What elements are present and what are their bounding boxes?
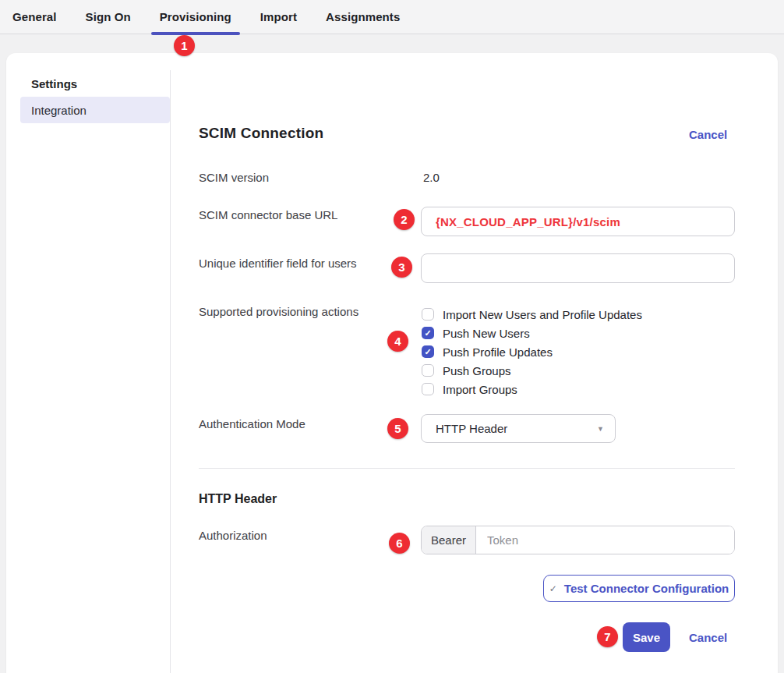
checkbox-checked-icon[interactable]: ✓ [422,327,434,339]
provisioning-actions-list: Import New Users and Profile Updates✓Pus… [422,305,642,398]
tab-general[interactable]: General [12,0,57,34]
unique-id-label: Unique identifier field for users [199,257,357,270]
sidebar-header-settings: Settings [31,77,77,90]
step-badge-5: 5 [387,418,408,439]
tab-sign-on[interactable]: Sign On [86,0,131,34]
base-url-input[interactable] [421,207,735,236]
test-connector-button[interactable]: ✓ Test Connector Configuration [543,575,735,602]
checkbox-label: Import Groups [443,383,517,396]
http-header-section-title: HTTP Header [199,492,277,506]
page-title: SCIM Connection [199,125,323,142]
authorization-input-group: Bearer [421,526,735,554]
step-badge-4: 4 [387,331,408,352]
tab-import[interactable]: Import [260,0,297,34]
checkbox-row-push-profile-updates[interactable]: ✓Push Profile Updates [422,342,642,361]
cancel-link-bottom[interactable]: Cancel [689,631,727,644]
checkbox-row-import-groups[interactable]: Import Groups [422,380,642,398]
base-url-label: SCIM connector base URL [199,208,337,221]
scim-version-value: 2.0 [423,171,440,184]
auth-mode-select[interactable]: HTTP Header ▼ [421,414,616,443]
save-button[interactable]: Save [623,622,670,652]
check-icon: ✓ [549,583,557,594]
app-tab-bar: GeneralSign OnProvisioningImportAssignme… [0,0,784,34]
sidebar-item-integration[interactable]: Integration [20,97,170,123]
cancel-link-top[interactable]: Cancel [689,128,727,141]
sidebar-divider [170,70,171,673]
checkbox-unchecked-icon[interactable] [422,383,434,395]
step-badge-1: 1 [174,35,195,56]
tab-assignments[interactable]: Assignments [326,0,400,34]
checkbox-label: Import New Users and Profile Updates [443,308,642,321]
checkbox-label: Push Groups [443,364,511,377]
checkbox-unchecked-icon[interactable] [422,308,434,321]
checkbox-checked-icon[interactable]: ✓ [422,345,434,358]
chevron-down-icon: ▼ [597,425,604,433]
step-badge-3: 3 [391,257,412,278]
sidebar-item-label: Integration [31,104,87,117]
bearer-prefix: Bearer [422,526,476,554]
checkbox-row-import-new-users-and-profile-updates[interactable]: Import New Users and Profile Updates [422,305,642,324]
authorization-label: Authorization [199,529,267,542]
step-badge-2: 2 [394,209,415,230]
checkbox-unchecked-icon[interactable] [422,364,434,377]
checkbox-row-push-new-users[interactable]: ✓Push New Users [422,324,642,342]
section-divider [199,468,735,469]
token-input[interactable] [476,526,734,554]
checkbox-label: Push New Users [443,327,530,340]
checkbox-label: Push Profile Updates [443,345,553,359]
test-connector-label: Test Connector Configuration [564,582,729,595]
auth-mode-value: HTTP Header [436,422,507,435]
tab-provisioning[interactable]: Provisioning [160,0,231,34]
checkbox-row-push-groups[interactable]: Push Groups [422,361,642,380]
step-badge-6: 6 [389,533,410,554]
unique-id-input[interactable] [421,253,735,283]
step-badge-7: 7 [597,626,618,647]
provisioning-actions-label: Supported provisioning actions [199,305,358,318]
scim-version-label: SCIM version [199,171,269,184]
auth-mode-label: Authentication Mode [199,417,305,430]
